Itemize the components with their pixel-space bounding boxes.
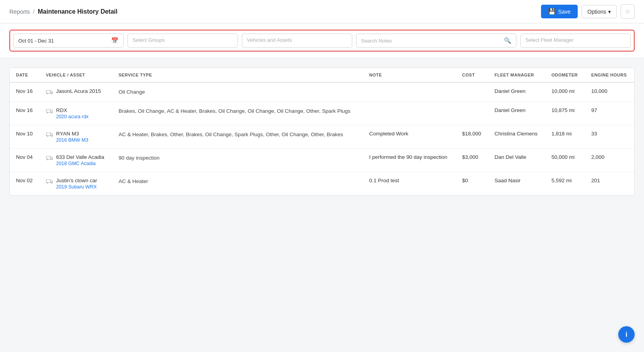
cell-note: 0.1 Prod test	[363, 172, 456, 196]
svg-rect-9	[46, 156, 50, 160]
cell-odometer: 5,592 mi	[545, 172, 585, 196]
svg-rect-12	[46, 180, 50, 183]
options-button[interactable]: Options ▾	[582, 5, 617, 18]
cell-fleet-manager: Daniel Green	[488, 82, 545, 102]
cell-date: Nov 04	[10, 149, 40, 172]
breadcrumb-separator: /	[33, 8, 35, 15]
vehicle-name: JasonL Acura 2015	[56, 88, 101, 94]
cell-date: Nov 16	[10, 82, 40, 102]
vehicle-truck-icon	[46, 178, 53, 185]
cell-fleet-manager: Dan Del Valle	[488, 149, 545, 172]
favorite-button[interactable]: ☆	[621, 4, 635, 19]
fleet-manager-placeholder: Select Fleet Manager	[525, 37, 574, 43]
groups-placeholder: Select Groups	[133, 37, 165, 43]
date-range-value: Oct 01 - Dec 31	[18, 38, 54, 44]
chevron-down-icon: ▾	[608, 9, 611, 15]
svg-point-1	[47, 93, 48, 94]
vehicle-truck-icon	[46, 132, 53, 138]
star-icon: ☆	[625, 8, 630, 15]
vehicle-name: Justin's clown car	[56, 178, 97, 183]
cell-engine-hours: 10,000	[585, 82, 634, 102]
table-row: Nov 16 RDX2020 acura rdxBrakes, Oil Chan…	[10, 102, 634, 125]
cell-odometer: 1,818 mi	[545, 125, 585, 149]
table-row: Nov 02 Justin's clown car2019 Subaru WRX…	[10, 172, 634, 196]
header-actions: 💾 Save Options ▾ ☆	[541, 4, 635, 19]
cell-note: I performed the 90 day inspection	[363, 149, 456, 172]
vehicle-subtitle[interactable]: 2020 acura rdx	[56, 114, 89, 119]
fleet-manager-filter[interactable]: Select Fleet Manager	[520, 34, 631, 48]
date-range-filter[interactable]: Oct 01 - Dec 31 📅	[13, 34, 124, 48]
cell-service-type: Oil Change	[112, 82, 363, 102]
table-row: Nov 10 RYAN M32016 BMW M3AC & Heater, Br…	[10, 125, 634, 149]
cell-vehicle: Justin's clown car2019 Subaru WRX	[40, 172, 112, 196]
cell-service-type: Brakes, Oil Change, AC & Heater, Brakes,…	[112, 102, 363, 125]
col-service-type: SERVICE TYPE	[112, 68, 363, 82]
cell-vehicle: RDX2020 acura rdx	[40, 102, 112, 125]
cell-engine-hours: 2,000	[585, 149, 634, 172]
svg-point-13	[47, 182, 48, 183]
cell-vehicle: RYAN M32016 BMW M3	[40, 125, 112, 149]
filter-bar: Oct 01 - Dec 31 📅 Select Groups Vehicles…	[0, 23, 644, 58]
search-icon: 🔍	[504, 37, 511, 44]
svg-point-5	[51, 112, 52, 113]
cell-fleet-manager: Daniel Green	[488, 102, 545, 125]
table-container: DATE VEHICLE / ASSET SERVICE TYPE NOTE C…	[9, 68, 635, 196]
cell-note: Completed Work	[363, 125, 456, 149]
cell-cost: $18,000	[456, 125, 488, 149]
save-icon: 💾	[548, 8, 556, 15]
col-date: DATE	[10, 68, 40, 82]
cell-odometer: 10,000 mi	[545, 82, 585, 102]
vehicles-placeholder: Vehicles and Assets	[247, 37, 292, 43]
cell-service-type: AC & Heater, Brakes, Other, Brakes, Oil …	[112, 125, 363, 149]
save-button[interactable]: 💾 Save	[541, 5, 578, 18]
cell-odometer: 50,000 mi	[545, 149, 585, 172]
svg-point-7	[47, 135, 48, 137]
breadcrumb-parent[interactable]: Reports	[9, 8, 30, 15]
cell-vehicle: JasonL Acura 2015	[40, 82, 112, 102]
filter-inner: Oct 01 - Dec 31 📅 Select Groups Vehicles…	[9, 30, 635, 52]
col-vehicle: VEHICLE / ASSET	[40, 68, 112, 82]
cell-note	[363, 82, 456, 102]
vehicle-name: RYAN M3	[56, 131, 89, 137]
svg-point-10	[47, 159, 48, 160]
svg-point-8	[51, 135, 52, 137]
breadcrumb: Reports / Maintenance History Detail	[9, 8, 117, 15]
svg-point-11	[51, 159, 52, 160]
cell-cost: $0	[456, 172, 488, 196]
cell-engine-hours: 97	[585, 102, 634, 125]
main-content: DATE VEHICLE / ASSET SERVICE TYPE NOTE C…	[0, 58, 644, 205]
cell-engine-hours: 201	[585, 172, 634, 196]
col-odometer: ODOMETER	[545, 68, 585, 82]
svg-point-4	[47, 112, 48, 113]
vehicle-truck-icon	[46, 155, 53, 162]
vehicle-name: RDX	[56, 107, 89, 113]
cell-date: Nov 02	[10, 172, 40, 196]
cell-cost	[456, 82, 488, 102]
table-row: Nov 16 JasonL Acura 2015Oil ChangeDaniel…	[10, 82, 634, 102]
col-fleet-manager: FLEET MANAGER	[488, 68, 545, 82]
cell-vehicle: 633 Del Valle Acadia2018 GMC Acadia	[40, 149, 112, 172]
page-title: Maintenance History Detail	[38, 8, 118, 15]
vehicle-subtitle[interactable]: 2018 GMC Acadia	[56, 161, 105, 166]
table-row: Nov 04 633 Del Valle Acadia2018 GMC Acad…	[10, 149, 634, 172]
cell-engine-hours: 33	[585, 125, 634, 149]
vehicle-truck-icon	[46, 89, 53, 96]
col-note: NOTE	[363, 68, 456, 82]
search-notes-filter[interactable]: Search Notes 🔍	[356, 34, 516, 48]
col-engine-hours: ENGINE HOURS	[585, 68, 634, 82]
cell-service-type: 90 day inspection	[112, 149, 363, 172]
notes-placeholder: Search Notes	[361, 38, 392, 44]
svg-rect-0	[46, 90, 50, 93]
cell-date: Nov 16	[10, 102, 40, 125]
page-header: Reports / Maintenance History Detail 💾 S…	[0, 0, 644, 23]
svg-point-2	[51, 93, 52, 94]
calendar-icon: 📅	[111, 37, 119, 44]
vehicles-assets-filter[interactable]: Vehicles and Assets	[242, 34, 352, 48]
save-label: Save	[558, 9, 571, 15]
svg-rect-6	[46, 133, 50, 136]
select-groups-filter[interactable]: Select Groups	[128, 34, 238, 48]
vehicle-subtitle[interactable]: 2016 BMW M3	[56, 137, 89, 143]
cell-odometer: 10,875 mi	[545, 102, 585, 125]
vehicle-subtitle[interactable]: 2019 Subaru WRX	[56, 184, 97, 190]
svg-rect-3	[46, 110, 50, 113]
